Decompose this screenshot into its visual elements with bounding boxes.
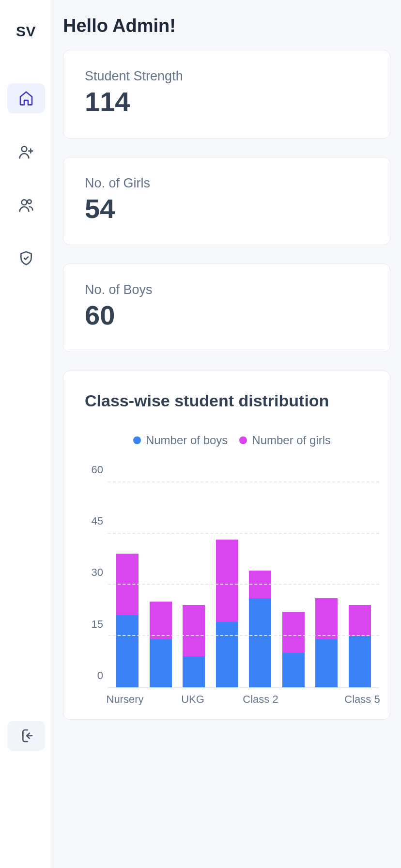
chart-card: Class-wise student distribution Number o… bbox=[63, 371, 390, 720]
chart-bar bbox=[183, 605, 205, 687]
chart-bars bbox=[108, 465, 379, 687]
chart-y-tick: 45 bbox=[92, 515, 103, 527]
bar-segment-boys bbox=[349, 636, 371, 687]
bar-segment-boys bbox=[249, 598, 271, 687]
chart-y-axis: 015304560 bbox=[85, 465, 108, 688]
nav-home[interactable] bbox=[7, 83, 45, 113]
chart-bar bbox=[349, 605, 371, 687]
logo: SV bbox=[16, 23, 36, 40]
legend-label: Number of girls bbox=[252, 434, 331, 447]
bar-segment-girls bbox=[349, 605, 371, 636]
nav-items bbox=[7, 83, 45, 273]
chart-gridline bbox=[108, 584, 379, 585]
bar-segment-boys bbox=[282, 653, 305, 687]
svg-point-1 bbox=[21, 200, 27, 205]
sidebar: SV bbox=[0, 0, 52, 868]
shield-check-icon bbox=[18, 250, 34, 266]
users-icon bbox=[18, 197, 34, 213]
legend-dot-icon bbox=[133, 436, 141, 444]
chart-gridline bbox=[108, 533, 379, 534]
chart-gridline bbox=[108, 481, 379, 482]
page-title: Hello Admin! bbox=[63, 16, 390, 36]
bar-segment-boys bbox=[183, 656, 205, 687]
nav-shield[interactable] bbox=[7, 243, 45, 273]
chart-y-tick: 60 bbox=[92, 464, 103, 476]
bar-segment-girls bbox=[315, 598, 338, 639]
chart-bar bbox=[282, 612, 305, 687]
legend-dot-icon bbox=[239, 436, 247, 444]
bar-segment-boys bbox=[315, 639, 338, 687]
svg-point-0 bbox=[21, 146, 27, 152]
card-label: Student Strength bbox=[85, 69, 369, 84]
chart-bar bbox=[116, 554, 139, 687]
bar-segment-girls bbox=[183, 605, 205, 656]
bar-segment-girls bbox=[150, 602, 172, 639]
card-value: 114 bbox=[85, 87, 369, 117]
card-label: No. of Boys bbox=[85, 282, 369, 297]
bar-segment-boys bbox=[150, 639, 172, 687]
bar-segment-boys bbox=[216, 622, 238, 687]
nav-users[interactable] bbox=[7, 190, 45, 220]
chart-y-tick: 15 bbox=[92, 618, 103, 631]
card-girls: No. of Girls 54 bbox=[63, 157, 390, 246]
card-value: 60 bbox=[85, 300, 369, 330]
card-student-strength: Student Strength 114 bbox=[63, 50, 390, 139]
stat-cards: Student Strength 114 No. of Girls 54 No.… bbox=[63, 50, 390, 352]
chart-x-labels: NurseryUKGClass 2Class 5 bbox=[108, 693, 379, 710]
legend-boys[interactable]: Number of boys bbox=[133, 434, 228, 447]
card-boys: No. of Boys 60 bbox=[63, 264, 390, 352]
nav-add-user[interactable] bbox=[7, 137, 45, 167]
legend-girls[interactable]: Number of girls bbox=[239, 434, 331, 447]
chart-x-axis: NurseryUKGClass 2Class 5 bbox=[108, 693, 379, 710]
nav-logout[interactable] bbox=[7, 721, 45, 751]
card-value: 54 bbox=[85, 194, 369, 224]
chart-plot bbox=[108, 465, 379, 688]
card-label: No. of Girls bbox=[85, 176, 369, 191]
chart-area: 015304560 bbox=[85, 465, 379, 688]
chart-bar bbox=[216, 540, 238, 687]
svg-point-2 bbox=[27, 200, 31, 203]
chart-bar bbox=[150, 602, 172, 687]
bar-segment-girls bbox=[216, 540, 238, 622]
user-plus-icon bbox=[18, 144, 34, 159]
home-icon bbox=[18, 91, 34, 106]
chart-x-label: Nursery bbox=[106, 693, 143, 706]
bar-segment-girls bbox=[282, 612, 305, 653]
chart-x-label: UKG bbox=[181, 693, 204, 706]
main-content: Hello Admin! Student Strength 114 No. of… bbox=[52, 0, 401, 868]
bar-segment-boys bbox=[116, 615, 139, 687]
legend-label: Number of boys bbox=[146, 434, 228, 447]
chart-bar bbox=[315, 598, 338, 687]
chart-y-tick: 0 bbox=[97, 669, 103, 682]
chart-gridline bbox=[108, 635, 379, 636]
chart-x-label: Class 2 bbox=[243, 693, 278, 706]
chart-title: Class-wise student distribution bbox=[85, 391, 379, 410]
chart-x-label: Class 5 bbox=[344, 693, 380, 706]
chart-bar bbox=[249, 571, 271, 687]
chart-y-tick: 30 bbox=[92, 566, 103, 579]
chart-legend: Number of boys Number of girls bbox=[85, 434, 379, 447]
logout-icon bbox=[18, 728, 34, 744]
